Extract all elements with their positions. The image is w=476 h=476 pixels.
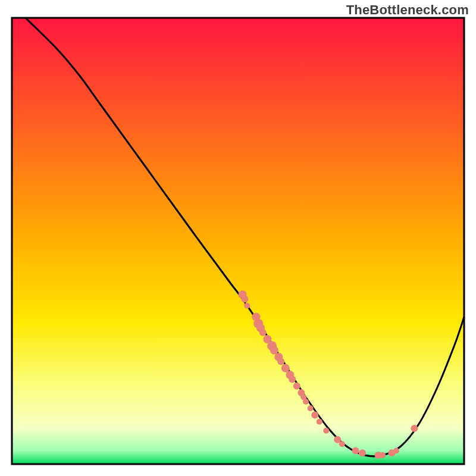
curve-dot: [411, 425, 418, 432]
chart-svg: [0, 0, 476, 476]
curve-dot: [241, 296, 248, 303]
curve-dot: [293, 383, 300, 390]
curve-dot: [308, 405, 314, 411]
curve-dot: [311, 412, 318, 419]
curve-dot: [352, 447, 359, 455]
curve-dot: [339, 441, 345, 447]
curve-dot: [359, 449, 366, 456]
curve-dot: [393, 448, 399, 454]
curve-dot: [244, 303, 250, 309]
curve-dot: [323, 428, 329, 434]
curve-dot: [277, 358, 284, 365]
curve-dot: [380, 452, 386, 458]
chart-container: TheBottleneck.com: [0, 0, 476, 476]
curve-dot: [317, 419, 322, 425]
curve-dot: [289, 376, 296, 383]
plot-background: [12, 18, 464, 464]
curve-dot: [259, 329, 267, 336]
curve-dot: [303, 399, 309, 405]
